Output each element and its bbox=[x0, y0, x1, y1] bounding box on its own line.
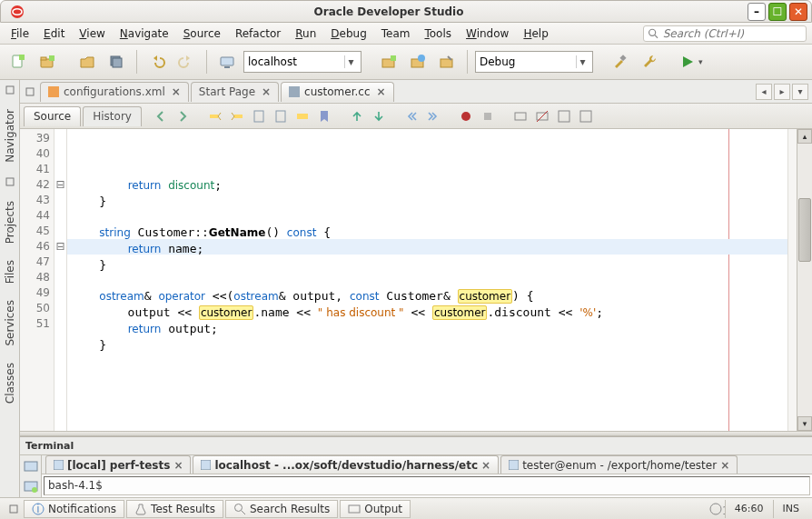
code-content[interactable]: return discount; } string Customer::GetN… bbox=[67, 129, 787, 431]
terminal-tab-local[interactable]: [local] perf-tests × bbox=[45, 455, 191, 474]
sidebar-navigator[interactable]: Navigator bbox=[4, 105, 16, 166]
host-combo[interactable]: localhost ▾ bbox=[243, 51, 361, 73]
tab-label: customer.cc bbox=[304, 85, 370, 98]
new-terminal-icon[interactable] bbox=[24, 459, 38, 474]
error-stripe[interactable] bbox=[787, 129, 797, 431]
menu-edit[interactable]: Edit bbox=[38, 25, 70, 42]
editor-history-tab[interactable]: History bbox=[83, 106, 142, 126]
pin-icon[interactable] bbox=[4, 175, 16, 188]
run-dropdown-icon[interactable]: ▾ bbox=[698, 57, 703, 66]
save-all-button[interactable] bbox=[104, 49, 129, 75]
nav-fwd-icon[interactable] bbox=[173, 106, 193, 126]
remote-host-icon[interactable] bbox=[214, 49, 240, 75]
svg-rect-22 bbox=[48, 86, 59, 97]
hammer-button[interactable] bbox=[608, 49, 633, 75]
terminal-tab-localhost[interactable]: localhost - ...ox/soft/devstudio/harness… bbox=[193, 455, 499, 474]
open-button[interactable] bbox=[74, 49, 100, 75]
menu-window[interactable]: Window bbox=[460, 25, 514, 42]
shift-left-icon[interactable] bbox=[401, 106, 421, 126]
config-combo[interactable]: Debug ▾ bbox=[475, 51, 593, 73]
global-search-input[interactable] bbox=[663, 27, 802, 40]
menu-file[interactable]: File bbox=[5, 25, 35, 42]
xml-file-icon bbox=[48, 86, 59, 97]
new-project-button[interactable] bbox=[35, 49, 60, 75]
line-number-gutter[interactable]: 39404142434445464748495051 bbox=[20, 129, 54, 431]
menu-tools[interactable]: Tools bbox=[419, 25, 457, 42]
menu-debug[interactable]: Debug bbox=[325, 25, 371, 42]
prev-bookmark-icon[interactable] bbox=[249, 106, 269, 126]
run-button[interactable] bbox=[675, 49, 700, 75]
menu-run[interactable]: Run bbox=[290, 25, 322, 42]
macro-stop-icon[interactable] bbox=[478, 106, 498, 126]
global-search[interactable] bbox=[643, 25, 807, 42]
scroll-thumb[interactable] bbox=[798, 198, 811, 262]
sidebar-classes[interactable]: Classes bbox=[4, 359, 16, 407]
pin-icon[interactable] bbox=[24, 85, 36, 98]
uncomment-icon[interactable] bbox=[532, 106, 552, 126]
sidebar-projects[interactable]: Projects bbox=[4, 197, 16, 247]
code-editor[interactable]: 39404142434445464748495051 ⊟ ⊟ return di… bbox=[20, 129, 812, 431]
svg-rect-26 bbox=[254, 111, 263, 122]
status-search-results[interactable]: Search Results bbox=[225, 500, 338, 518]
comment-icon[interactable] bbox=[510, 106, 530, 126]
tab-scroll-right[interactable]: ▸ bbox=[774, 84, 790, 100]
terminal-content[interactable]: bash-4.1$ bbox=[44, 476, 810, 495]
status-output[interactable]: Output bbox=[340, 500, 411, 518]
scroll-up-icon[interactable]: ▴ bbox=[797, 129, 812, 144]
diff-next-icon[interactable] bbox=[369, 106, 389, 126]
menu-source[interactable]: Source bbox=[178, 25, 226, 42]
menu-navigate[interactable]: Navigate bbox=[114, 25, 174, 42]
terminal-tab-tester[interactable]: tester@enum - /export/home/tester × bbox=[500, 455, 738, 474]
close-tab-icon[interactable]: × bbox=[481, 459, 490, 472]
menu-refactor[interactable]: Refactor bbox=[230, 25, 286, 42]
tab-startpage[interactable]: Start Page × bbox=[191, 82, 279, 102]
macro-record-icon[interactable] bbox=[456, 106, 476, 126]
close-tab-icon[interactable]: × bbox=[172, 85, 181, 98]
clean-build-button[interactable] bbox=[405, 49, 431, 75]
find-sel-next-icon[interactable] bbox=[227, 106, 247, 126]
fold-gutter[interactable]: ⊟ ⊟ bbox=[54, 129, 67, 431]
close-tab-icon[interactable]: × bbox=[173, 459, 183, 472]
redo-button[interactable] bbox=[173, 49, 199, 75]
window-maximize-button[interactable]: ☐ bbox=[768, 3, 787, 21]
diff-prev-icon[interactable] bbox=[347, 106, 367, 126]
status-notifications[interactable]: i Notifications bbox=[24, 500, 124, 518]
goto-header-icon[interactable] bbox=[554, 106, 574, 126]
build-button[interactable] bbox=[376, 49, 401, 75]
vertical-scrollbar[interactable]: ▴ ▾ bbox=[797, 129, 812, 431]
find-sel-prev-icon[interactable] bbox=[205, 106, 225, 126]
nav-back-icon[interactable] bbox=[151, 106, 171, 126]
tab-configurations[interactable]: configurations.xml × bbox=[40, 82, 189, 102]
close-tab-icon[interactable]: × bbox=[720, 459, 729, 472]
window-minimize-button[interactable]: – bbox=[748, 3, 766, 21]
wrench-button[interactable] bbox=[637, 49, 662, 75]
close-tab-icon[interactable]: × bbox=[262, 85, 271, 98]
new-remote-terminal-icon[interactable] bbox=[24, 479, 38, 494]
toggle-bookmark-icon[interactable] bbox=[314, 106, 334, 126]
tab-customer[interactable]: customer.cc × bbox=[281, 82, 393, 102]
sidebar-files[interactable]: Files bbox=[4, 256, 16, 287]
next-bookmark-icon[interactable] bbox=[271, 106, 291, 126]
undo-button[interactable] bbox=[144, 49, 170, 75]
tab-list-dropdown[interactable]: ▾ bbox=[792, 84, 808, 100]
status-test-results[interactable]: Test Results bbox=[126, 500, 223, 518]
window-close-button[interactable]: ✕ bbox=[789, 3, 807, 21]
status-progress-icon[interactable]: 1 bbox=[708, 502, 725, 516]
shift-right-icon[interactable] bbox=[423, 106, 443, 126]
menu-team[interactable]: Team bbox=[376, 25, 416, 42]
new-file-button[interactable] bbox=[5, 49, 31, 75]
scroll-down-icon[interactable]: ▾ bbox=[797, 416, 812, 431]
sidebar-services[interactable]: Services bbox=[4, 296, 16, 350]
pin-icon[interactable] bbox=[4, 84, 16, 96]
menu-view[interactable]: View bbox=[74, 25, 110, 42]
pin-icon[interactable] bbox=[7, 503, 20, 515]
goto-source-icon[interactable] bbox=[576, 106, 596, 126]
toggle-highlight-icon[interactable] bbox=[292, 106, 312, 126]
config-combo-value: Debug bbox=[480, 55, 576, 68]
editor-source-tab[interactable]: Source bbox=[24, 106, 81, 126]
terminal-tab-label: localhost - ...ox/soft/devstudio/harness… bbox=[214, 459, 478, 472]
close-tab-icon[interactable]: × bbox=[377, 85, 386, 98]
clean-button[interactable] bbox=[434, 49, 460, 75]
tab-scroll-left[interactable]: ◂ bbox=[756, 84, 772, 100]
menu-help[interactable]: Help bbox=[518, 25, 553, 42]
